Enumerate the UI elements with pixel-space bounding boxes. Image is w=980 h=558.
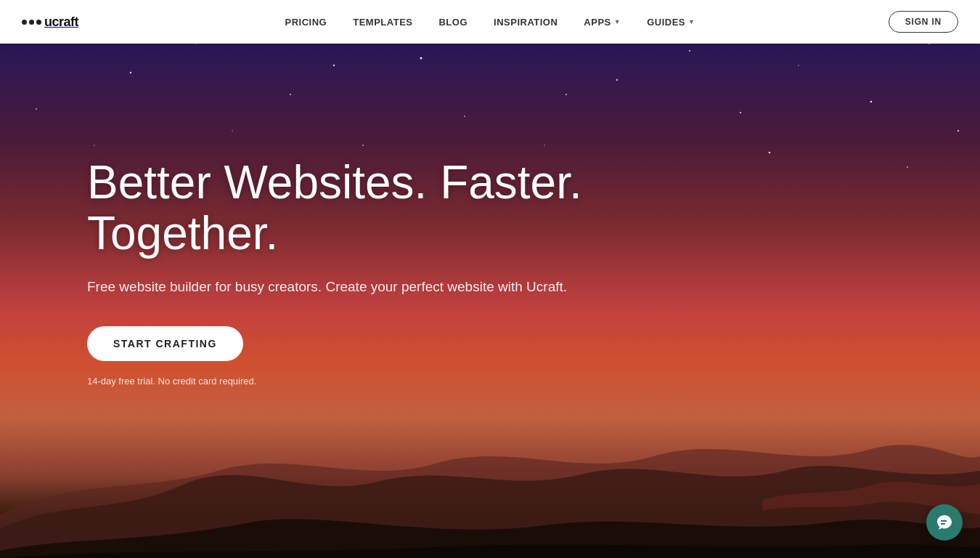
- logo[interactable]: ucraft: [22, 15, 78, 30]
- hero-section: Better Websites. Faster. Together. Free …: [0, 0, 980, 558]
- nav-item-apps[interactable]: APPS ▼: [584, 17, 621, 28]
- navbar-left: ucraft: [22, 15, 78, 30]
- nav-item-inspiration[interactable]: INSPIRATION: [494, 17, 558, 28]
- logo-dot-2: [29, 20, 34, 25]
- nav-item-templates[interactable]: TEMPLATES: [353, 17, 412, 28]
- logo-text: ucraft: [44, 15, 78, 30]
- navbar-right: SIGN IN: [889, 11, 958, 33]
- hero-subtitle: Free website builder for busy creators. …: [87, 277, 711, 298]
- start-crafting-button[interactable]: START CRAFTING: [87, 326, 243, 361]
- apps-dropdown-arrow: ▼: [614, 18, 621, 25]
- logo-dots: [22, 20, 41, 25]
- hero-title: Better Websites. Faster. Together.: [87, 157, 740, 259]
- logo-dot-1: [22, 20, 27, 25]
- hero-content: Better Websites. Faster. Together. Free …: [0, 44, 980, 558]
- logo-dot-3: [36, 20, 41, 25]
- nav-item-blog[interactable]: BLOG: [438, 17, 467, 28]
- trial-text: 14-day free trial. No credit card requir…: [87, 376, 893, 387]
- navbar-nav: PRICING TEMPLATES BLOG INSPIRATION APPS …: [285, 17, 695, 28]
- chat-widget[interactable]: [926, 504, 963, 541]
- nav-item-guides[interactable]: GUIDES ▼: [647, 17, 695, 28]
- guides-dropdown-arrow: ▼: [688, 18, 695, 25]
- chat-icon: [936, 514, 953, 531]
- sign-in-button[interactable]: SIGN IN: [889, 11, 958, 33]
- navbar: ucraft PRICING TEMPLATES BLOG INSPIRATIO…: [0, 0, 980, 44]
- nav-item-pricing[interactable]: PRICING: [285, 17, 327, 28]
